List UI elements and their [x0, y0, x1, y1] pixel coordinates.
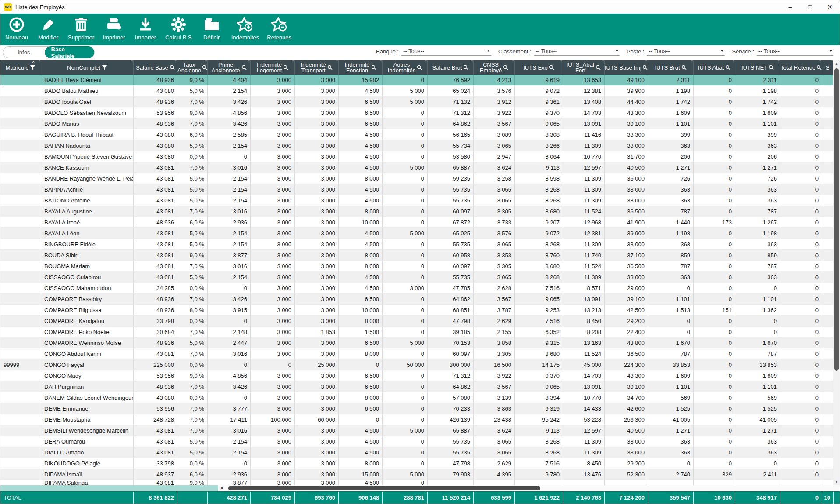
- horizontal-scroll-thumb[interactable]: [228, 486, 540, 490]
- toolbar-button-nouveau[interactable]: Nouveau: [5, 15, 28, 41]
- table-row[interactable]: DIALLO Amado43 0815,0 %2 1543 0003 0004 …: [0, 447, 840, 458]
- table-row[interactable]: COMPAORE Bilguissa48 9368,0 %3 9153 0003…: [0, 305, 840, 316]
- column-header-nomcomplet[interactable]: NomComplet: [41, 60, 134, 75]
- table-row[interactable]: 99999CONGO Fayçal225 0000,0 %0025 000050…: [0, 359, 840, 370]
- table-row[interactable]: BOUGMA Mariam43 0817,0 %3 0163 0003 0008…: [0, 261, 840, 272]
- table-row[interactable]: DEME Moustapha248 7287,0 %17 411100 0006…: [0, 414, 840, 425]
- magnifier-icon[interactable]: [642, 65, 648, 70]
- table-row[interactable]: COMPAORE Bassibiry48 9367,0 %3 4263 0003…: [0, 294, 840, 305]
- vertical-scrollbar[interactable]: ▲ ▼: [833, 60, 840, 485]
- column-header-iuts-exo[interactable]: IUTS Exo: [515, 60, 563, 75]
- magnifier-icon[interactable]: [595, 65, 601, 70]
- table-row[interactable]: BATIONO Antoine43 0815,0 %2 1543 0003 00…: [0, 195, 840, 206]
- close-button[interactable]: ✕: [820, 0, 840, 14]
- table-row[interactable]: CONGO Mady53 9569,0 %4 8563 0003 0006 50…: [0, 370, 840, 381]
- column-header-total-retenue[interactable]: Total Retenue: [780, 60, 822, 75]
- table-cell: 3 000: [251, 173, 295, 184]
- tab-infos[interactable]: Infos: [3, 49, 45, 56]
- column-header-indemnit-logement[interactable]: IndemnitéLogement: [251, 60, 295, 75]
- table-row[interactable]: BAYALA Augustine43 0817,0 %3 0163 0003 0…: [0, 206, 840, 217]
- magnifier-icon[interactable]: [327, 65, 333, 70]
- column-header-taux-anciennete[interactable]: TauxAnciennete: [177, 60, 208, 75]
- table-row[interactable]: BANDRE Rayangné Wendé L. Péla43 0815,0 %…: [0, 173, 840, 184]
- magnifier-icon[interactable]: [283, 65, 288, 70]
- minimize-button[interactable]: –: [780, 0, 800, 14]
- scroll-left-icon[interactable]: ◄: [220, 486, 223, 490]
- column-header-iuts-brut[interactable]: IUTS Brut: [648, 60, 694, 75]
- table-row[interactable]: BAGUIRA B. Raoul Thibaut43 0806,0 %2 585…: [0, 129, 840, 140]
- column-header-cnss-employ-[interactable]: CNSSEmployé: [474, 60, 515, 75]
- magnifier-icon[interactable]: [549, 65, 554, 70]
- table-row[interactable]: COMPAORE Poko Noëlie30 6847,0 %2 1483 00…: [0, 327, 840, 337]
- magnifier-icon[interactable]: [681, 65, 687, 70]
- toolbar-button-supprimer[interactable]: Supprimer: [68, 15, 94, 41]
- table-row[interactable]: DAH Purgninan48 9367,0 %3 4263 0003 0006…: [0, 381, 840, 392]
- table-row[interactable]: BAYALA Irené48 9366,0 %2 9363 0003 00010…: [0, 217, 840, 228]
- magnifier-icon[interactable]: [371, 65, 376, 70]
- funnel-icon[interactable]: [102, 65, 107, 70]
- column-header-autres-indemnit-s[interactable]: AutresIndemnités: [383, 60, 428, 75]
- magnifier-icon[interactable]: [417, 65, 422, 70]
- table-row[interactable]: BADO Iboula Gaël48 9367,0 %3 4263 0003 0…: [0, 96, 840, 107]
- magnifier-icon[interactable]: [503, 65, 508, 70]
- table-row[interactable]: BAHAN Nadounta43 0805,0 %2 1543 0003 000…: [0, 140, 840, 151]
- table-row[interactable]: BADO Marius48 9367,0 %3 4263 0003 0006 5…: [0, 118, 840, 129]
- column-header-prime-anciennete[interactable]: PrimeAnciennete: [208, 60, 251, 75]
- magnifier-icon[interactable]: [202, 65, 207, 70]
- table-row[interactable]: DANEM Gildas Léonel Wendingoun43 0800,0 …: [0, 392, 840, 403]
- horizontal-scrollbar[interactable]: ◄: [0, 485, 840, 491]
- table-row[interactable]: CISSAOGO Guiabirou43 0815,0 %2 1543 0003…: [0, 272, 840, 283]
- table-row[interactable]: BAPINA Achille43 0815,0 %2 1543 0003 000…: [0, 184, 840, 195]
- table-row[interactable]: BADOLO Sébastien Newalzoum53 9569,0 %4 8…: [0, 107, 840, 118]
- table-row[interactable]: BANCE Kassoum43 0817,0 %3 0163 0003 0004…: [0, 162, 840, 173]
- table-row[interactable]: BINGBOURE Fidèle43 0815,0 %2 1543 0003 0…: [0, 239, 840, 250]
- filter-dropdown-banque[interactable]: -- Tous--: [401, 47, 491, 56]
- magnifier-icon[interactable]: [725, 65, 730, 70]
- column-header-iuts-abat[interactable]: IUTS Abat: [694, 60, 735, 75]
- column-header-matricule[interactable]: Matricule^: [0, 60, 41, 75]
- column-header-iuts-net[interactable]: IUTS NET: [735, 60, 780, 75]
- magnifier-icon[interactable]: [463, 65, 468, 70]
- column-header-indemnit-fonction[interactable]: IndemnitéFonction: [339, 60, 383, 75]
- table-row[interactable]: DERA Oumarou43 0815,0 %2 1543 0003 0004 …: [0, 436, 840, 447]
- filter-dropdown-poste[interactable]: -- Tous--: [647, 47, 725, 56]
- toolbar-button-indemnit-s[interactable]: Indemnités: [231, 15, 259, 41]
- toolbar-button-importer[interactable]: Importer: [134, 15, 157, 41]
- vertical-scroll-thumb[interactable]: [834, 68, 839, 371]
- table-row[interactable]: BOUDA Sibiri43 0819,0 %3 8773 0003 0008 …: [0, 250, 840, 261]
- toolbar-button-retenues[interactable]: Retenues: [267, 15, 291, 41]
- column-header-s[interactable]: S: [822, 60, 834, 75]
- table-row[interactable]: DIPAMA Ismaïl48 9376,0 %2 9363 0003 0001…: [0, 469, 840, 480]
- column-header-iuts-base-imp[interactable]: IUTS Base Imp: [605, 60, 648, 75]
- toolbar-button-calcul-b-s[interactable]: Calcul B.S: [165, 15, 192, 41]
- maximize-button[interactable]: □: [800, 0, 820, 14]
- filter-dropdown-service[interactable]: -- Tous--: [757, 47, 833, 56]
- table-row[interactable]: BADO Balou Mathieu43 0805,0 %2 1543 0003…: [0, 85, 840, 96]
- total-cell: 11 520 214: [428, 492, 474, 504]
- column-header-salaire-brut[interactable]: Salaire Brut: [428, 60, 474, 75]
- magnifier-icon[interactable]: [816, 65, 822, 70]
- scroll-down-icon[interactable]: ▼: [833, 479, 840, 485]
- column-header-indemnit-transport[interactable]: IndemnitéTransport: [295, 60, 339, 75]
- table-row[interactable]: DEMSILI Wendesongdé Marcelin43 0817,0 %3…: [0, 425, 840, 436]
- toolbar-button-modifier[interactable]: Modifier: [36, 15, 60, 41]
- toolbar-button-imprimer[interactable]: Imprimer: [102, 15, 126, 41]
- column-header-salaire-base[interactable]: Salaire Base: [134, 60, 177, 75]
- column-header-iuts-abat-forf[interactable]: IUTS_AbatForf: [563, 60, 605, 75]
- table-row[interactable]: CISSAOGO Mahamoudou34 2850,0 %03 0003 00…: [0, 283, 840, 294]
- filter-dropdown-classement[interactable]: -- Tous--: [534, 47, 620, 56]
- table-row-selected[interactable]: BADIEL Beya Clément48 9369,0 %4 4043 000…: [0, 75, 840, 85]
- magnifier-icon[interactable]: [241, 65, 247, 70]
- magnifier-icon[interactable]: [170, 65, 175, 70]
- table-row[interactable]: DEME Emmanuel53 9567,0 %3 7773 0003 0006…: [0, 403, 840, 414]
- magnifier-icon[interactable]: [769, 65, 774, 70]
- tab-base-salariale[interactable]: Base Salariale: [45, 46, 94, 58]
- toolbar-button-d-finir[interactable]: Définir: [200, 15, 223, 41]
- table-row[interactable]: BAMOUNI Yipéné Steven Gustave43 0800,0 %…: [0, 151, 840, 162]
- scroll-up-icon[interactable]: ▲: [833, 60, 840, 67]
- table-row[interactable]: COMPAORE Wenninso Moïse48 9365,0 %2 4473…: [0, 337, 840, 348]
- table-row[interactable]: BAYALA Léon43 0815,0 %2 1543 0003 0004 5…: [0, 228, 840, 239]
- table-row[interactable]: CONGO Abdoul Karim43 0817,0 %3 0163 0003…: [0, 348, 840, 359]
- table-row[interactable]: DIKOUDOGO Pélagie33 7980,0 %03 0003 0008…: [0, 458, 840, 469]
- table-row[interactable]: COMPAORE Karidjatou33 7980,0 %03 0003 00…: [0, 316, 840, 327]
